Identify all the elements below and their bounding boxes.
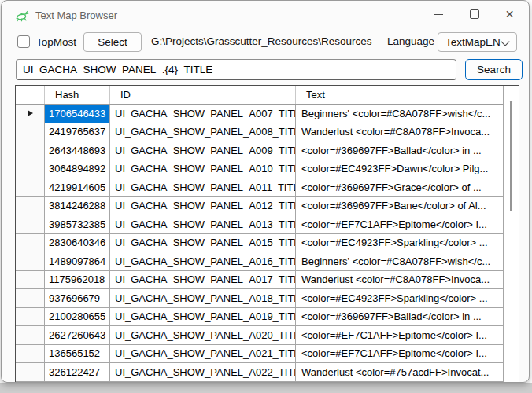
- id-cell[interactable]: [110, 382, 296, 384]
- row-selector-cell[interactable]: [16, 197, 45, 215]
- table-row[interactable]: 1175962018 UI_GACHA_SHOW_PANEL_A017_TITL…: [16, 271, 503, 290]
- id-cell[interactable]: UI_GACHA_SHOW_PANEL_A011_TITLE: [110, 178, 296, 196]
- table-row[interactable]: 2419765637 UI_GACHA_SHOW_PANEL_A008_TITL…: [16, 123, 503, 142]
- scrollbar-thumb[interactable]: [510, 101, 512, 211]
- language-dropdown[interactable]: TextMapEN: [438, 32, 517, 52]
- hash-cell[interactable]: 2100280655: [45, 308, 110, 326]
- id-cell[interactable]: UI_GACHA_SHOW_PANEL_A019_TITLE: [110, 308, 296, 326]
- id-cell[interactable]: UI_GACHA_SHOW_PANEL_A018_TITLE: [110, 289, 296, 307]
- id-cell[interactable]: UI_GACHA_SHOW_PANEL_A020_TITLE: [110, 326, 296, 344]
- text-cell[interactable]: <color=#369697FF>Ballad</color> in ...: [296, 308, 503, 326]
- row-selector-cell[interactable]: [16, 160, 45, 178]
- hash-cell[interactable]: 2419765637: [45, 123, 110, 141]
- id-cell[interactable]: UI_GACHA_SHOW_PANEL_A008_TITLE: [110, 123, 296, 141]
- hash-cell[interactable]: 3814246288: [45, 197, 110, 215]
- hash-cell[interactable]: [45, 382, 110, 384]
- hash-cell[interactable]: 326122427: [45, 363, 110, 381]
- row-selector-cell[interactable]: [16, 271, 45, 289]
- row-selector-cell[interactable]: [16, 234, 45, 252]
- table-row[interactable]: 937696679 UI_GACHA_SHOW_PANEL_A018_TITLE…: [16, 289, 503, 308]
- table-row[interactable]: 1489097864 UI_GACHA_SHOW_PANEL_A016_TITL…: [16, 252, 503, 271]
- topmost-checkbox[interactable]: [17, 35, 30, 48]
- column-header-hash[interactable]: Hash: [45, 86, 110, 104]
- table-row[interactable]: 1706546433 UI_GACHA_SHOW_PANEL_A007_TITL…: [16, 105, 503, 123]
- text-cell[interactable]: <color=#EC4923FF>Sparkling</color> ...: [296, 234, 503, 252]
- text-cell[interactable]: Wanderlust <color=#C8A078FF>Invoca...: [296, 271, 503, 289]
- hash-cell[interactable]: 3985732385: [45, 215, 110, 233]
- hash-cell[interactable]: 136565152: [45, 345, 110, 363]
- select-button[interactable]: Select: [83, 32, 142, 52]
- id-cell[interactable]: UI_GACHA_SHOW_PANEL_A010_TITLE: [110, 160, 296, 178]
- search-input[interactable]: [16, 59, 456, 80]
- minimize-button[interactable]: [421, 1, 456, 28]
- row-selector-cell[interactable]: [16, 141, 45, 160]
- text-cell[interactable]: <color=#EF7C1AFF>Epitome</color> I...: [296, 326, 503, 344]
- row-selector-cell[interactable]: [16, 123, 45, 141]
- row-selector-cell[interactable]: [16, 382, 45, 384]
- text-cell[interactable]: Beginners' <color=#C8A078FF>wish</c...: [296, 105, 503, 123]
- table-row[interactable]: 2627260643 UI_GACHA_SHOW_PANEL_A020_TITL…: [16, 326, 503, 345]
- grid-corner-header[interactable]: [16, 86, 45, 104]
- row-selector-cell[interactable]: [16, 308, 45, 326]
- text-cell[interactable]: <color=#EC4923FF>Dawn</color> Pilg...: [296, 160, 503, 178]
- table-row[interactable]: 2643448693 UI_GACHA_SHOW_PANEL_A009_TITL…: [16, 141, 503, 160]
- text-cell[interactable]: Wanderlust <color=#757acdFF>Invocat...: [296, 382, 503, 384]
- id-cell[interactable]: UI_GACHA_SHOW_PANEL_A016_TITLE: [110, 252, 296, 270]
- hash-cell[interactable]: 937696679: [45, 289, 110, 307]
- row-selector-cell[interactable]: [16, 289, 45, 307]
- id-cell[interactable]: UI_GACHA_SHOW_PANEL_A007_TITLE: [110, 105, 296, 123]
- id-cell[interactable]: UI_GACHA_SHOW_PANEL_A015_TITLE: [110, 234, 296, 252]
- search-button[interactable]: Search: [465, 59, 523, 80]
- maximize-button[interactable]: [456, 1, 492, 28]
- row-selector-cell[interactable]: [16, 363, 45, 381]
- table-row-partial[interactable]: Wanderlust <color=#757acdFF>Invocat...: [16, 382, 503, 384]
- text-cell[interactable]: <color=#EF7C1AFF>Epitome</color> I...: [296, 215, 503, 233]
- grasshopper-icon: [13, 7, 29, 23]
- id-cell[interactable]: UI_GACHA_SHOW_PANEL_A021_TITLE: [110, 345, 296, 363]
- vertical-scrollbar[interactable]: [503, 86, 519, 383]
- row-selector-cell[interactable]: [16, 178, 45, 196]
- row-selector-cell[interactable]: [16, 215, 45, 233]
- maximize-icon: [470, 9, 479, 19]
- title-bar[interactable]: Text Map Browser ✕: [2, 1, 529, 29]
- hash-cell[interactable]: 1706546433: [45, 105, 110, 123]
- table-row[interactable]: 3985732385 UI_GACHA_SHOW_PANEL_A013_TITL…: [16, 215, 503, 234]
- window-controls: ✕: [421, 1, 527, 29]
- hash-cell[interactable]: 3064894892: [45, 160, 110, 178]
- row-selector-cell[interactable]: [16, 326, 45, 344]
- text-cell[interactable]: Beginners' <color=#C8A078FF>wish</c...: [296, 252, 503, 270]
- table-row[interactable]: 2100280655 UI_GACHA_SHOW_PANEL_A019_TITL…: [16, 308, 503, 327]
- topmost-checkbox-group[interactable]: TopMost: [17, 35, 76, 48]
- row-selector-cell[interactable]: [16, 345, 45, 363]
- text-cell[interactable]: <color=#369697FF>Grace</color> of ...: [296, 178, 503, 196]
- hash-cell[interactable]: 4219914605: [45, 178, 110, 196]
- hash-cell[interactable]: 2627260643: [45, 326, 110, 344]
- table-row[interactable]: 3064894892 UI_GACHA_SHOW_PANEL_A010_TITL…: [16, 160, 503, 179]
- table-row[interactable]: 326122427 UI_GACHA_SHOW_PANEL_A022_TITLE…: [16, 363, 503, 382]
- text-cell[interactable]: Wanderlust <color=#757acdFF>Invocat...: [296, 363, 503, 381]
- table-row[interactable]: 4219914605 UI_GACHA_SHOW_PANEL_A011_TITL…: [16, 178, 503, 197]
- id-cell[interactable]: UI_GACHA_SHOW_PANEL_A012_TITLE: [110, 197, 296, 215]
- table-row[interactable]: 2830640346 UI_GACHA_SHOW_PANEL_A015_TITL…: [16, 234, 503, 253]
- column-header-text[interactable]: Text: [296, 86, 503, 104]
- id-cell[interactable]: UI_GACHA_SHOW_PANEL_A017_TITLE: [110, 271, 296, 289]
- text-cell[interactable]: <color=#369697FF>Ballad</color> in ...: [296, 141, 503, 160]
- close-button[interactable]: ✕: [492, 1, 527, 28]
- text-cell[interactable]: <color=#EF7C1AFF>Epitome</color> I...: [296, 345, 503, 363]
- hash-cell[interactable]: 2643448693: [45, 141, 110, 160]
- id-cell[interactable]: UI_GACHA_SHOW_PANEL_A009_TITLE: [110, 141, 296, 160]
- id-cell[interactable]: UI_GACHA_SHOW_PANEL_A022_TITLE: [110, 363, 296, 381]
- text-cell[interactable]: <color=#369697FF>Bane</color> of Al...: [296, 197, 503, 215]
- text-cell[interactable]: <color=#EC4923FF>Sparkling</color> ...: [296, 289, 503, 307]
- column-header-id[interactable]: ID: [110, 86, 296, 104]
- table-row[interactable]: 136565152 UI_GACHA_SHOW_PANEL_A021_TITLE…: [16, 345, 503, 364]
- hash-cell[interactable]: 2830640346: [45, 234, 110, 252]
- textmap-grid: Hash ID Text 1706546433 UI_GACHA_SHOW_PA…: [15, 85, 519, 383]
- row-selector-cell[interactable]: [16, 252, 45, 270]
- text-cell[interactable]: Wanderlust <color=#C8A078FF>Invoca...: [296, 123, 503, 141]
- row-selector-cell[interactable]: [16, 105, 45, 123]
- hash-cell[interactable]: 1175962018: [45, 271, 110, 289]
- table-row[interactable]: 3814246288 UI_GACHA_SHOW_PANEL_A012_TITL…: [16, 197, 503, 216]
- hash-cell[interactable]: 1489097864: [45, 252, 110, 270]
- id-cell[interactable]: UI_GACHA_SHOW_PANEL_A013_TITLE: [110, 215, 296, 233]
